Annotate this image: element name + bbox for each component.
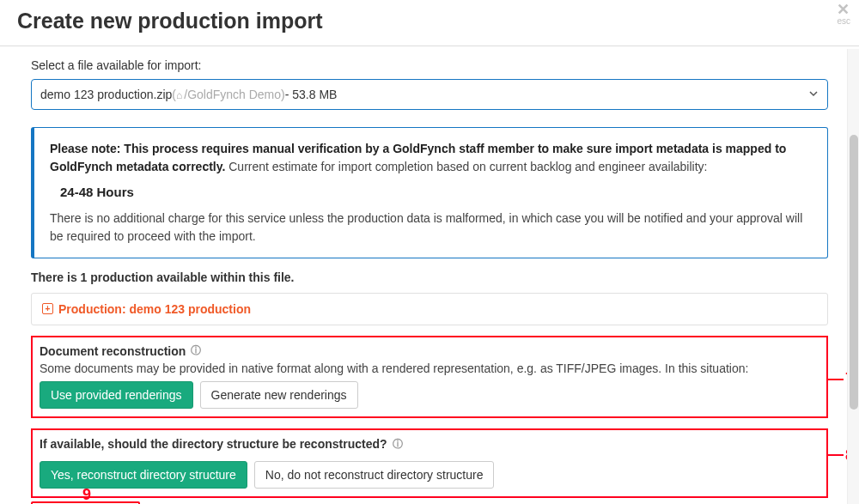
close-button[interactable]: ✕ esc: [837, 2, 850, 26]
document-reconstruction-group: Document reconstructionⓘ Some documents …: [31, 336, 828, 419]
notice-trail: Current estimate for import completion b…: [225, 160, 707, 173]
file-dropdown[interactable]: demo 123 production.zip (⌂/GoldFynch Dem…: [31, 79, 828, 110]
notice-card: Please note: This process requires manua…: [31, 127, 828, 258]
dir-struct-title: If available, should the directory struc…: [40, 437, 403, 452]
info-icon[interactable]: ⓘ: [393, 437, 403, 452]
plus-icon: +: [42, 303, 53, 314]
annotation-line-8: [826, 454, 844, 456]
chevron-down-icon: [808, 88, 819, 101]
page-title: Create new production import: [17, 9, 842, 33]
notice-hours: 24-48 Hours: [60, 183, 812, 203]
annotation-9: 9: [82, 486, 91, 504]
yes-reconstruct-button[interactable]: Yes, reconstruct directory structure: [40, 461, 247, 489]
home-icon: ⌂: [176, 89, 182, 101]
selected-file-name: demo 123 production.zip: [40, 88, 172, 101]
directory-structure-group: If available, should the directory struc…: [31, 428, 828, 498]
file-select-label: Select a file available for import:: [31, 58, 828, 72]
scroll-region: Select a file available for import: demo…: [0, 46, 859, 504]
doc-recon-desc: Some documents may be provided in native…: [40, 361, 819, 375]
scrollbar-track[interactable]: [847, 49, 859, 504]
notice-charge: There is no additional charge for this s…: [50, 209, 812, 246]
generate-new-renderings-button[interactable]: Generate new renderings: [200, 381, 358, 409]
selected-file-path: (⌂/GoldFynch Demo): [172, 88, 284, 101]
esc-label: esc: [837, 17, 850, 26]
use-provided-renderings-button[interactable]: Use provided renderings: [40, 381, 193, 409]
info-icon[interactable]: ⓘ: [191, 343, 201, 358]
modal-header: Create new production import: [0, 0, 859, 46]
production-item-label: Production: demo 123 production: [58, 302, 251, 316]
scrollbar-thumb[interactable]: [850, 135, 858, 410]
annotation-line-7: [826, 379, 844, 380]
doc-recon-title: Document reconstructionⓘ: [40, 343, 201, 358]
content-area: Select a file available for import: demo…: [0, 46, 859, 504]
production-item[interactable]: + Production: demo 123 production: [31, 293, 828, 325]
no-reconstruct-button[interactable]: No, do not reconstruct directory structu…: [254, 461, 495, 489]
selected-file-size: - 53.8 MB: [285, 88, 338, 101]
availability-text: There is 1 production available within t…: [31, 270, 828, 284]
